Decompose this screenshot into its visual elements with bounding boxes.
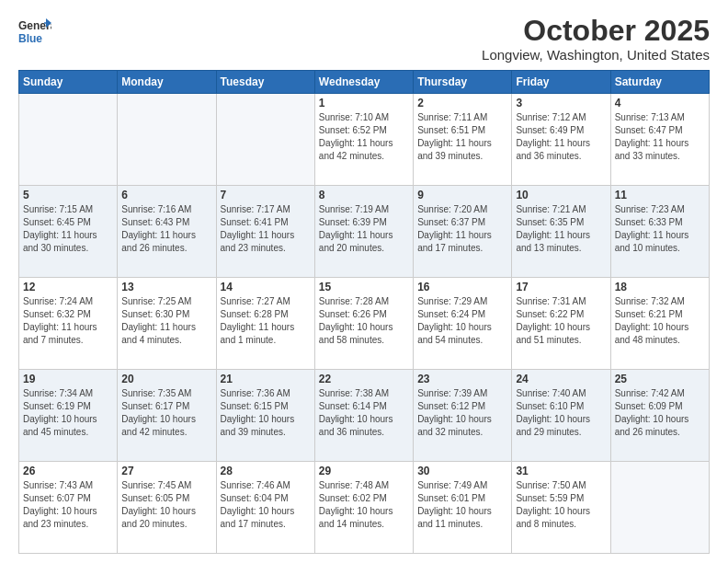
day-info-line: Sunset: 6:05 PM	[121, 492, 211, 505]
day-info-line: Daylight: 11 hours and 17 minutes.	[417, 229, 507, 255]
day-info-line: Daylight: 11 hours and 33 minutes.	[615, 137, 705, 163]
day-info-line: Sunset: 6:21 PM	[615, 308, 705, 321]
day-info-line: Sunset: 6:15 PM	[221, 400, 311, 413]
day-info-line: Daylight: 10 hours and 29 minutes.	[516, 413, 606, 439]
day-info-line: Sunrise: 7:27 AM	[221, 295, 311, 308]
day-info-line: Sunset: 6:39 PM	[319, 216, 409, 229]
day-number: 27	[121, 465, 211, 477]
day-number: 11	[615, 189, 705, 201]
day-info-line: Daylight: 10 hours and 51 minutes.	[516, 321, 606, 347]
calendar-cell-1-6: 3Sunrise: 7:12 AMSunset: 6:49 PMDaylight…	[512, 94, 610, 186]
day-info-line: Sunset: 6:10 PM	[516, 400, 606, 413]
day-number: 15	[319, 281, 409, 293]
day-info-line: Daylight: 11 hours and 30 minutes.	[23, 229, 113, 255]
weekday-header-row: Sunday Monday Tuesday Wednesday Thursday…	[19, 71, 710, 94]
day-info-line: Sunrise: 7:39 AM	[417, 387, 507, 400]
day-number: 26	[23, 465, 113, 477]
day-info-line: Sunset: 6:26 PM	[319, 308, 409, 321]
calendar-cell-1-1	[19, 94, 118, 186]
calendar-cell-5-2: 27Sunrise: 7:45 AMSunset: 6:05 PMDayligh…	[118, 462, 216, 554]
header-tuesday: Tuesday	[216, 71, 314, 94]
calendar-cell-3-3: 14Sunrise: 7:27 AMSunset: 6:28 PMDayligh…	[216, 278, 314, 370]
day-info-line: Daylight: 10 hours and 14 minutes.	[319, 505, 409, 531]
location-title: Longview, Washington, United States	[482, 47, 710, 63]
day-number: 13	[121, 281, 211, 293]
day-number: 20	[121, 373, 211, 385]
day-info-line: Sunset: 6:30 PM	[121, 308, 211, 321]
day-info-line: Daylight: 10 hours and 11 minutes.	[417, 505, 507, 531]
week-row-1: 1Sunrise: 7:10 AMSunset: 6:52 PMDaylight…	[19, 94, 710, 186]
day-info-line: Sunrise: 7:11 AM	[417, 111, 507, 124]
day-info-line: Daylight: 11 hours and 36 minutes.	[516, 137, 606, 163]
header-monday: Monday	[118, 71, 216, 94]
day-info-line: Sunrise: 7:42 AM	[615, 387, 705, 400]
day-info-line: Sunrise: 7:15 AM	[23, 203, 113, 216]
header-wednesday: Wednesday	[314, 71, 413, 94]
calendar-cell-2-2: 6Sunrise: 7:16 AMSunset: 6:43 PMDaylight…	[118, 186, 216, 278]
calendar-cell-1-7: 4Sunrise: 7:13 AMSunset: 6:47 PMDaylight…	[610, 94, 709, 186]
calendar-cell-1-5: 2Sunrise: 7:11 AMSunset: 6:51 PMDaylight…	[414, 94, 512, 186]
calendar-cell-2-7: 11Sunrise: 7:23 AMSunset: 6:33 PMDayligh…	[610, 186, 709, 278]
day-info-line: Sunrise: 7:46 AM	[221, 479, 311, 492]
calendar-cell-1-2	[118, 94, 216, 186]
day-number: 22	[319, 373, 409, 385]
header-friday: Friday	[512, 71, 610, 94]
day-info-line: Sunset: 6:45 PM	[23, 216, 113, 229]
day-number: 24	[516, 373, 606, 385]
calendar-cell-2-5: 9Sunrise: 7:20 AMSunset: 6:37 PMDaylight…	[414, 186, 512, 278]
calendar-cell-2-1: 5Sunrise: 7:15 AMSunset: 6:45 PMDaylight…	[19, 186, 118, 278]
day-info-line: Sunset: 6:52 PM	[319, 124, 409, 137]
day-info-line: Sunset: 6:47 PM	[615, 124, 705, 137]
day-info-line: Daylight: 10 hours and 42 minutes.	[121, 413, 211, 439]
day-info-line: Sunset: 6:37 PM	[417, 216, 507, 229]
calendar-table: Sunday Monday Tuesday Wednesday Thursday…	[18, 70, 710, 554]
day-info-line: Sunset: 6:01 PM	[417, 492, 507, 505]
calendar-cell-3-4: 15Sunrise: 7:28 AMSunset: 6:26 PMDayligh…	[314, 278, 413, 370]
day-info-line: Daylight: 10 hours and 58 minutes.	[319, 321, 409, 347]
day-info-line: Daylight: 10 hours and 26 minutes.	[615, 413, 705, 439]
day-info-line: Sunrise: 7:38 AM	[319, 387, 409, 400]
page: General Blue October 2025 Longview, Wash…	[0, 0, 728, 563]
day-info-line: Sunrise: 7:21 AM	[516, 203, 606, 216]
day-info-line: Daylight: 10 hours and 36 minutes.	[319, 413, 409, 439]
day-info-line: Sunset: 5:59 PM	[516, 492, 606, 505]
day-info-line: Sunset: 6:24 PM	[417, 308, 507, 321]
day-info-line: Daylight: 11 hours and 10 minutes.	[615, 229, 705, 255]
day-info-line: Sunrise: 7:23 AM	[615, 203, 705, 216]
day-info-line: Sunset: 6:22 PM	[516, 308, 606, 321]
calendar-cell-3-6: 17Sunrise: 7:31 AMSunset: 6:22 PMDayligh…	[512, 278, 610, 370]
calendar-cell-4-6: 24Sunrise: 7:40 AMSunset: 6:10 PMDayligh…	[512, 370, 610, 462]
day-number: 8	[319, 189, 409, 201]
calendar-cell-3-2: 13Sunrise: 7:25 AMSunset: 6:30 PMDayligh…	[118, 278, 216, 370]
day-info-line: Sunrise: 7:49 AM	[417, 479, 507, 492]
week-row-5: 26Sunrise: 7:43 AMSunset: 6:07 PMDayligh…	[19, 462, 710, 554]
day-number: 3	[516, 97, 606, 109]
day-number: 5	[23, 189, 113, 201]
day-info-line: Daylight: 10 hours and 17 minutes.	[221, 505, 311, 531]
calendar-cell-3-7: 18Sunrise: 7:32 AMSunset: 6:21 PMDayligh…	[610, 278, 709, 370]
day-info-line: Sunset: 6:12 PM	[417, 400, 507, 413]
day-number: 21	[221, 373, 311, 385]
calendar-cell-2-6: 10Sunrise: 7:21 AMSunset: 6:35 PMDayligh…	[512, 186, 610, 278]
day-info-line: Sunset: 6:17 PM	[121, 400, 211, 413]
day-info-line: Sunset: 6:14 PM	[319, 400, 409, 413]
day-info-line: Sunrise: 7:20 AM	[417, 203, 507, 216]
day-info-line: Daylight: 11 hours and 13 minutes.	[516, 229, 606, 255]
day-info-line: Daylight: 10 hours and 54 minutes.	[417, 321, 507, 347]
day-info-line: Daylight: 10 hours and 39 minutes.	[221, 413, 311, 439]
day-info-line: Sunrise: 7:12 AM	[516, 111, 606, 124]
day-info-line: Sunrise: 7:13 AM	[615, 111, 705, 124]
day-number: 17	[516, 281, 606, 293]
calendar-cell-5-3: 28Sunrise: 7:46 AMSunset: 6:04 PMDayligh…	[216, 462, 314, 554]
day-info-line: Sunrise: 7:25 AM	[121, 295, 211, 308]
day-info-line: Sunrise: 7:31 AM	[516, 295, 606, 308]
svg-text:Blue: Blue	[18, 32, 42, 45]
day-info-line: Sunrise: 7:34 AM	[23, 387, 113, 400]
day-info-line: Sunset: 6:04 PM	[221, 492, 311, 505]
day-info-line: Sunrise: 7:45 AM	[121, 479, 211, 492]
calendar-cell-5-4: 29Sunrise: 7:48 AMSunset: 6:02 PMDayligh…	[314, 462, 413, 554]
logo: General Blue	[18, 15, 51, 48]
calendar-cell-4-4: 22Sunrise: 7:38 AMSunset: 6:14 PMDayligh…	[314, 370, 413, 462]
day-number: 25	[615, 373, 705, 385]
calendar-cell-4-3: 21Sunrise: 7:36 AMSunset: 6:15 PMDayligh…	[216, 370, 314, 462]
